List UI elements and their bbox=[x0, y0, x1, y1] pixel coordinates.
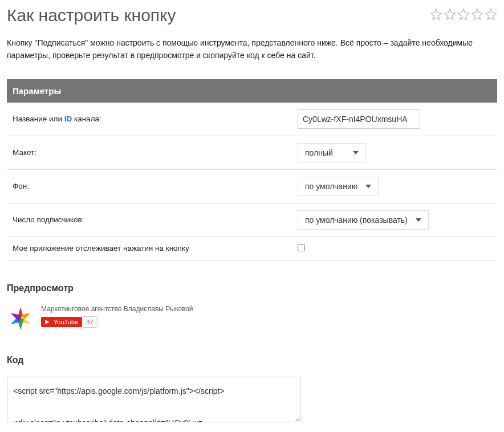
page-title: Как настроить кнопку bbox=[7, 6, 176, 25]
chevron-down-icon bbox=[416, 218, 421, 222]
chevron-down-icon bbox=[353, 151, 359, 154]
play-icon bbox=[45, 320, 51, 324]
options-table: Параметры Название или ID канала: Макет:… bbox=[7, 79, 497, 260]
intro-text: Кнопку "Подписаться" можно настроить с п… bbox=[7, 36, 497, 62]
option-row-tracking: Мое приложение отслеживает нажатия на кн… bbox=[7, 237, 497, 260]
channel-avatar bbox=[7, 305, 34, 332]
youtube-button-label: YouTube bbox=[54, 319, 78, 325]
preview-section: Предпросмотр Маркетинговое агентство Вла… bbox=[7, 283, 497, 332]
preview-widget: Маркетинговое агентство Владиславы Рыков… bbox=[7, 305, 497, 332]
option-row-count: Число подписчиков: по умолчанию (показыв… bbox=[7, 203, 497, 237]
star-icon[interactable] bbox=[485, 8, 497, 21]
rating-stars[interactable] bbox=[430, 8, 497, 21]
channel-input[interactable] bbox=[298, 109, 420, 129]
options-header: Параметры bbox=[7, 79, 497, 103]
star-icon[interactable] bbox=[457, 8, 470, 21]
subscriber-count: 37 bbox=[82, 316, 97, 328]
layout-label: Макет: bbox=[7, 136, 292, 169]
star-icon[interactable] bbox=[444, 8, 456, 21]
code-textarea[interactable] bbox=[7, 377, 300, 422]
option-row-layout: Макет: полный bbox=[7, 136, 497, 169]
count-select[interactable]: по умолчанию (показывать) bbox=[298, 210, 429, 230]
layout-select[interactable]: полный bbox=[298, 143, 366, 162]
chevron-down-icon bbox=[365, 185, 371, 188]
theme-label: Фон: bbox=[7, 169, 292, 203]
theme-select[interactable]: по умолчанию bbox=[298, 177, 379, 196]
channel-name: Маркетинговое агентство Владиславы Рыков… bbox=[41, 305, 193, 313]
tracking-checkbox[interactable] bbox=[298, 244, 305, 251]
youtube-subscribe-button[interactable]: YouTube bbox=[41, 317, 82, 327]
option-row-channel: Название или ID канала: bbox=[7, 103, 497, 136]
option-row-theme: Фон: по умолчанию bbox=[7, 169, 497, 203]
layout-select-value: полный bbox=[305, 148, 333, 157]
star-icon[interactable] bbox=[471, 8, 483, 21]
channel-id-link[interactable]: ID bbox=[64, 115, 72, 123]
preview-title: Предпросмотр bbox=[7, 283, 497, 294]
channel-label: Название или ID канала: bbox=[7, 103, 292, 136]
code-section: Код bbox=[7, 355, 497, 424]
count-select-value: по умолчанию (показывать) bbox=[305, 215, 408, 225]
star-icon[interactable] bbox=[430, 8, 442, 21]
theme-select-value: по умолчанию bbox=[305, 182, 357, 191]
channel-label-suffix: канала: bbox=[72, 115, 101, 123]
tracking-label: Мое приложение отслеживает нажатия на кн… bbox=[7, 237, 292, 260]
channel-label-prefix: Название или bbox=[13, 115, 64, 123]
code-title: Код bbox=[7, 355, 497, 365]
count-label: Число подписчиков: bbox=[7, 203, 292, 237]
